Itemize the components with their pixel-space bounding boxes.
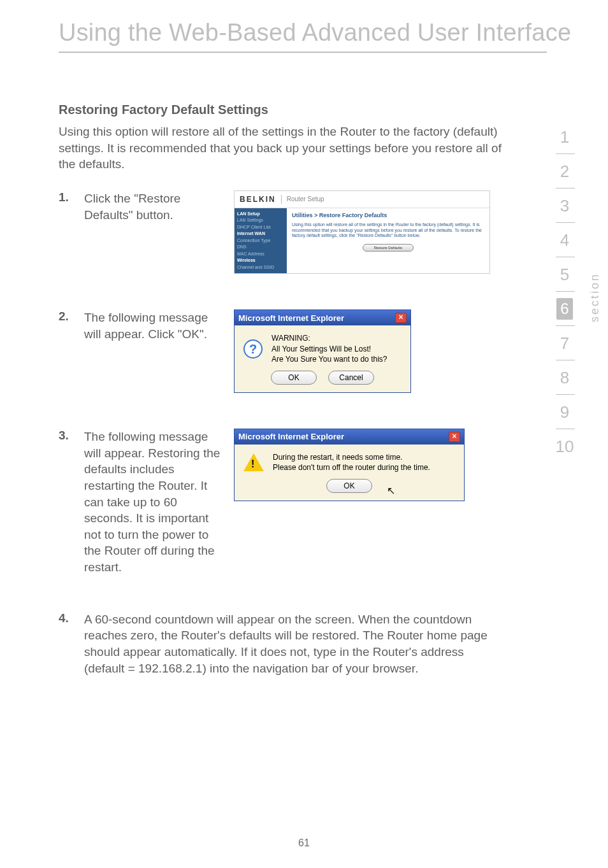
nav-4[interactable]: 4 xyxy=(546,223,584,257)
step-1: Click the "Restore Defaults" button. BEL… xyxy=(59,190,505,274)
nav-5[interactable]: 5 xyxy=(546,257,584,292)
step-4: A 60-second countdown will appear on the… xyxy=(59,611,505,677)
cursor-icon: ↖ xyxy=(387,485,395,497)
belkin-main-text: Using this option will restore all of th… xyxy=(292,222,484,239)
sidebar-lan-settings: LAN Settings xyxy=(237,217,284,224)
step-2-text: The following message will appear. Click… xyxy=(84,309,234,342)
section-heading: Restoring Factory Default Settings xyxy=(59,103,532,117)
dialog1-message: WARNING: All Your Settings Will be Lost!… xyxy=(271,333,387,364)
belkin-sidebar: LAN Setup LAN Settings DHCP Client List … xyxy=(235,208,287,274)
nav-1[interactable]: 1 xyxy=(546,120,584,154)
nav-9[interactable]: 9 xyxy=(546,395,584,429)
nav-10[interactable]: 10 xyxy=(546,429,584,464)
dialog2-line2: Please don't turn off the router during … xyxy=(273,462,430,473)
dialog1-line1: WARNING: xyxy=(271,333,387,343)
nav-8[interactable]: 8 xyxy=(546,360,584,395)
belkin-router-label: Router Setup xyxy=(282,196,324,203)
ok-button[interactable]: OK xyxy=(271,371,317,385)
step-3: The following message will appear. Resto… xyxy=(59,429,505,576)
belkin-screenshot: BELKIN Router Setup LAN Setup LAN Settin… xyxy=(234,190,490,274)
step-1-text: Click the "Restore Defaults" button. xyxy=(84,190,234,223)
sidebar-wireless: Wireless xyxy=(237,257,284,264)
question-icon: ? xyxy=(243,339,263,359)
nav-3[interactable]: 3 xyxy=(546,189,584,223)
close-icon[interactable]: × xyxy=(449,432,460,442)
sidebar-mac: MAC Address xyxy=(237,251,284,258)
page-title: Using the Web-Based Advanced User Interf… xyxy=(0,0,608,52)
sidebar-dns: DNS xyxy=(237,244,284,251)
step-2: The following message will appear. Click… xyxy=(59,309,505,393)
restore-defaults-button[interactable]: Restore Defaults xyxy=(363,244,414,252)
intro-paragraph: Using this option will restore all of th… xyxy=(59,124,505,173)
sidebar-internet-wan: Internet WAN xyxy=(237,231,284,238)
sidebar-lan-setup: LAN Setup xyxy=(237,211,284,218)
close-icon[interactable]: × xyxy=(395,313,407,323)
ok-button[interactable]: OK xyxy=(326,479,372,493)
nav-2[interactable]: 2 xyxy=(546,154,584,189)
nav-6-active[interactable]: 6 xyxy=(556,298,573,320)
dialog1-line3: Are You Sure You want to do this? xyxy=(271,354,387,364)
page-number: 61 xyxy=(0,837,608,849)
step-3-text: The following message will appear. Resto… xyxy=(84,429,234,576)
section-label: section xyxy=(588,273,602,322)
step-4-text: A 60-second countdown will appear on the… xyxy=(84,611,505,677)
nav-7[interactable]: 7 xyxy=(546,326,584,360)
ie-dialog-warning: Microsoft Internet Explorer × ? WARNING:… xyxy=(234,309,411,393)
warning-icon xyxy=(243,453,264,471)
belkin-logo: BELKIN xyxy=(240,195,282,204)
dialog1-line2: All Your Settings Will be Lost! xyxy=(271,344,387,354)
section-nav: 1 2 3 4 5 6 7 8 9 10 xyxy=(546,120,584,464)
dialog1-title: Microsoft Internet Explorer xyxy=(238,313,344,323)
dialog2-title: Microsoft Internet Explorer xyxy=(238,432,344,441)
dialog2-message: During the restart, it needs some time. … xyxy=(273,452,430,473)
sidebar-conn-type: Connection Type xyxy=(237,238,284,245)
belkin-main-title: Utilities > Restore Factory Defaults xyxy=(292,212,484,218)
sidebar-dhcp: DHCP Client List xyxy=(237,224,284,231)
sidebar-channel: Channel and SSID xyxy=(237,264,284,271)
dialog2-line1: During the restart, it needs some time. xyxy=(273,452,430,462)
cancel-button[interactable]: Cancel xyxy=(328,371,374,385)
ie-dialog-restart: Microsoft Internet Explorer × During the… xyxy=(234,429,465,501)
